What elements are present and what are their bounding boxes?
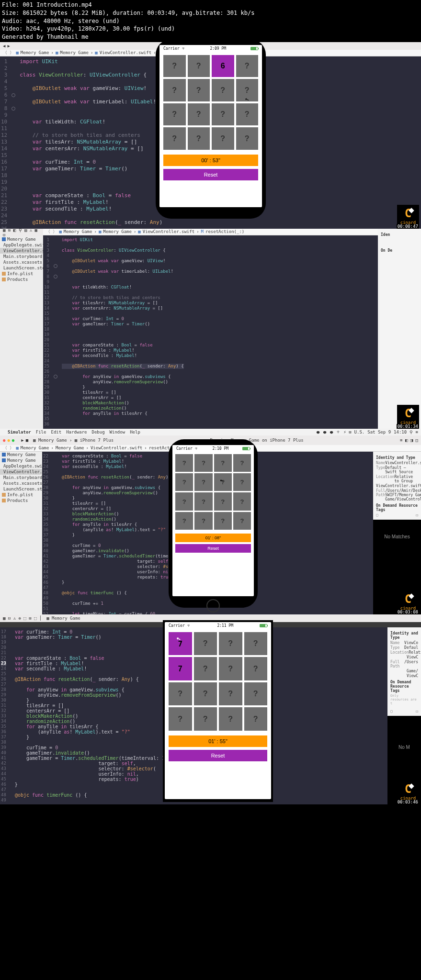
reset-button[interactable]: Reset [169,750,267,761]
game-tile[interactable]: ? [219,682,242,706]
clock: 2:09 PM [210,46,226,51]
inspector-panel[interactable]: Identity and Type NameViewCo TypeDefaul … [387,627,421,716]
edit-menu[interactable]: Edit [51,430,61,434]
game-tile[interactable]: ? [175,473,193,491]
breadcrumb[interactable]: 〈 〉 ▦Memory Game› ▦Memory Game› ▦ViewCon… [43,229,378,235]
game-tile[interactable]: ? [169,682,192,706]
game-tile[interactable]: ? [236,103,259,126]
battery-icon [260,624,267,627]
game-tile[interactable]: ? [175,454,193,472]
inspector-heading: On Demand Resource Tags [376,503,418,512]
meta-video: Video: h264, yuv420p, 1280x720, 30.00 fp… [2,25,419,33]
game-tile[interactable]: ? [212,79,234,101]
game-tile[interactable]: ? [236,127,259,150]
status-bar: Carrier ᯤ 2:09 PM [159,45,262,52]
game-tile[interactable]: ? [212,103,234,126]
source-code[interactable]: import UIKit class ViewController: UIVie… [17,56,162,229]
game-grid[interactable]: ???? ???↖? ???? ???? [172,452,254,532]
game-tile[interactable]: ? [169,707,192,731]
thumbnail-1: ◀ ▶ 〈 〉 ▦Memory Game› ▦Memory Game› ▦Vie… [0,42,421,229]
game-tile[interactable]: ? [219,707,242,731]
file-navigator[interactable]: Memory Game Memory Game AppDelegate.swif… [0,452,42,614]
timestamp: 00:01:34 [397,424,419,429]
code-editor[interactable]: 1234567891011121314151617181920212223242… [43,235,378,429]
game-tile[interactable]: ? [233,454,251,472]
game-tile[interactable]: ? [175,492,193,510]
game-tile-revealed[interactable]: 6 [212,55,234,78]
game-tile[interactable]: ? [233,473,251,491]
fold-gutter [52,235,59,429]
run-button[interactable]: ▶ [21,438,23,443]
navigator-tabs[interactable]: ▦ ⊞ ◧ ⚲ ▤ ⚠ ▦ ⊟ [0,229,43,236]
game-tile[interactable]: ? [214,492,232,510]
game-tile[interactable]: ? [175,512,193,530]
status-bar: Carrier ᯤ 2:11 PM [165,622,271,629]
game-tile-revealed[interactable]: 7 [169,657,192,680]
source-code[interactable]: import UIKit class ViewController: UIVie… [59,235,184,429]
game-tile[interactable]: ? [188,55,210,78]
line-gutter: 1234567891011121314151617181920212223242… [0,56,10,229]
game-tile[interactable]: ? [194,454,212,472]
spotlight-icon[interactable]: ⚲ ≡ [410,430,418,434]
fold-gutter [10,56,17,229]
window-menu[interactable]: Window [110,430,125,434]
file-menu[interactable]: File [36,430,46,434]
game-tile[interactable]: ? [194,512,212,530]
game-tile[interactable]: ? [188,127,210,150]
help-menu[interactable]: Help [130,430,140,434]
game-tile[interactable]: ? [194,707,217,731]
game-tile[interactable]: ? [212,127,234,150]
debug-menu[interactable]: Debug [92,430,105,434]
source-code[interactable]: var curTime: Int = 0 var gameTimer: Time… [9,627,168,804]
game-tile[interactable]: ? [244,682,268,706]
game-grid[interactable]: ? ? 6 ? ? ? ? ? ? ? ? ? ? ? ? ? [159,52,262,152]
game-tile[interactable]: ? [233,512,251,530]
game-tile[interactable]: ? [163,103,186,126]
game-tile[interactable]: ? [214,454,232,472]
game-grid[interactable]: 7↖ ??? 7 ??? ???? ???? [165,629,271,733]
game-tile[interactable]: ? [194,473,212,491]
app-menu[interactable]: Simulator [8,430,31,434]
game-tile[interactable]: ? [244,632,268,656]
game-tile[interactable]: ? [244,707,268,731]
home-button[interactable] [206,599,220,612]
nav-fwd-icon[interactable]: ▶ [7,44,10,48]
battery-icon [242,447,250,450]
line-gutter: 1718192021222324252627282930313233343536… [0,627,9,804]
game-tile-revealed[interactable]: 7↖ [169,632,192,656]
timer-label: 01' : 08" [175,534,251,542]
game-tile[interactable]: ? [244,657,268,680]
file-navigator[interactable]: Memory Game AppDelegate.swift ViewContro… [0,236,43,429]
menubar-time: 14:10 [394,430,407,434]
game-tile[interactable]: ? [188,79,210,101]
game-tile[interactable]: ? [194,492,212,510]
game-tile[interactable]: ? [188,103,210,126]
game-tile[interactable]: ? [236,79,259,101]
game-tile[interactable]: ? [163,79,186,101]
game-tile[interactable]: ? [214,512,232,530]
game-tile[interactable]: ? [194,657,217,680]
game-tile[interactable]: ? [194,632,217,656]
game-tile[interactable]: ? [233,492,251,510]
game-tile[interactable]: ? [194,682,217,706]
input-source[interactable]: U.S. [354,430,365,434]
game-tile[interactable]: ? [219,657,242,680]
carrier-label: Carrier ᯤ [163,46,186,51]
line-gutter: 2223242526272829303132333435363738394041… [42,452,51,614]
simulator-phone: Carrier ᯤ 2:10 PM ???? ???↖? ???? ???? 0… [169,439,258,608]
video-metadata: File: 001 Introduction.mp4 Size: 8615022… [0,0,421,42]
game-tile[interactable]: ?↖ [214,473,232,491]
inspector-panel[interactable]: Identity and Type NameViewController.swi… [373,452,421,520]
game-tile[interactable]: ? [163,55,186,78]
no-matches-label: No Matches [373,520,421,554]
stop-button[interactable]: ■ [26,438,28,443]
game-tile[interactable]: ? [219,632,242,656]
battery-icon [250,47,258,50]
hardware-menu[interactable]: Hardware [66,430,87,434]
game-tile[interactable]: ? [163,127,186,150]
reset-button[interactable]: Reset [163,169,258,180]
nav-back-icon[interactable]: ◀ [3,44,5,48]
mac-menubar[interactable]: Simulator File Edit Hardware Debug Windo… [0,429,421,435]
reset-button[interactable]: Reset [175,544,251,553]
game-tile[interactable]: ? [236,55,259,78]
